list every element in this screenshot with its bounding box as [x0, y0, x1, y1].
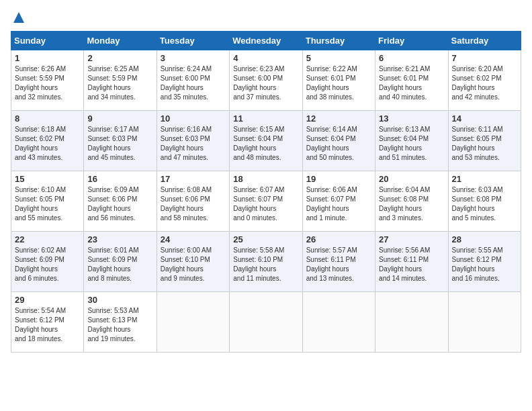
day-number: 28 [452, 234, 517, 244]
day-number: 25 [233, 234, 298, 244]
day-info: Sunrise: 6:09 AMSunset: 6:06 PMDaylight … [87, 185, 152, 223]
calendar-cell: 28 Sunrise: 5:55 AMSunset: 6:12 PMDaylig… [448, 232, 521, 292]
days-header-row: SundayMondayTuesdayWednesdayThursdayFrid… [11, 32, 521, 50]
day-number: 12 [306, 113, 371, 124]
day-header-monday: Monday [84, 32, 157, 50]
calendar-cell: 30 Sunrise: 5:53 AMSunset: 6:13 PMDaylig… [84, 292, 157, 353]
day-number: 4 [233, 53, 298, 63]
calendar-cell: 21 Sunrise: 6:03 AMSunset: 6:08 PMDaylig… [448, 171, 521, 232]
day-info: Sunrise: 6:08 AMSunset: 6:06 PMDaylight … [161, 185, 226, 223]
calendar-cell [230, 292, 302, 353]
day-number: 24 [161, 234, 226, 244]
calendar-cell: 23 Sunrise: 6:01 AMSunset: 6:09 PMDaylig… [84, 232, 157, 292]
day-info: Sunrise: 6:00 AMSunset: 6:10 PMDaylight … [161, 246, 226, 283]
day-number: 13 [379, 113, 444, 124]
day-info: Sunrise: 6:03 AMSunset: 6:08 PMDaylight … [452, 185, 517, 223]
calendar-cell: 15 Sunrise: 6:10 AMSunset: 6:05 PMDaylig… [11, 171, 84, 232]
day-info: Sunrise: 5:58 AMSunset: 6:10 PMDaylight … [233, 246, 298, 283]
day-number: 19 [306, 174, 371, 184]
day-number: 15 [15, 174, 80, 184]
day-info: Sunrise: 6:13 AMSunset: 6:04 PMDaylight … [379, 125, 444, 163]
day-info: Sunrise: 6:25 AMSunset: 5:59 PMDaylight … [87, 64, 152, 102]
day-number: 26 [306, 234, 371, 244]
svg-marker-0 [13, 12, 24, 23]
calendar-cell: 16 Sunrise: 6:09 AMSunset: 6:06 PMDaylig… [84, 171, 157, 232]
day-info: Sunrise: 5:57 AMSunset: 6:11 PMDaylight … [306, 246, 371, 283]
day-info: Sunrise: 6:26 AMSunset: 5:59 PMDaylight … [15, 64, 80, 102]
day-info: Sunrise: 6:14 AMSunset: 6:04 PMDaylight … [306, 125, 371, 163]
calendar-cell: 26 Sunrise: 5:57 AMSunset: 6:11 PMDaylig… [302, 232, 375, 292]
day-info: Sunrise: 6:02 AMSunset: 6:09 PMDaylight … [15, 246, 80, 283]
day-number: 9 [87, 113, 152, 124]
day-info: Sunrise: 6:22 AMSunset: 6:01 PMDaylight … [306, 64, 371, 102]
calendar-row-4: 22 Sunrise: 6:02 AMSunset: 6:09 PMDaylig… [11, 232, 521, 292]
calendar-cell [375, 292, 448, 353]
calendar-cell: 11 Sunrise: 6:15 AMSunset: 6:04 PMDaylig… [230, 111, 302, 171]
calendar-cell: 9 Sunrise: 6:17 AMSunset: 6:03 PMDayligh… [84, 111, 157, 171]
day-number: 7 [452, 53, 517, 63]
calendar-cell: 22 Sunrise: 6:02 AMSunset: 6:09 PMDaylig… [11, 232, 84, 292]
logo [11, 11, 26, 24]
day-number: 23 [87, 234, 152, 244]
calendar-row-1: 1 Sunrise: 6:26 AMSunset: 5:59 PMDayligh… [11, 50, 521, 111]
calendar-cell: 24 Sunrise: 6:00 AMSunset: 6:10 PMDaylig… [157, 232, 229, 292]
day-header-thursday: Thursday [302, 32, 375, 50]
day-number: 10 [161, 113, 226, 124]
calendar-cell: 5 Sunrise: 6:22 AMSunset: 6:01 PMDayligh… [302, 50, 375, 111]
day-info: Sunrise: 6:16 AMSunset: 6:03 PMDaylight … [161, 125, 226, 163]
calendar-row-3: 15 Sunrise: 6:10 AMSunset: 6:05 PMDaylig… [11, 171, 521, 232]
logo-icon [12, 11, 26, 24]
calendar-cell [302, 292, 375, 353]
day-info: Sunrise: 5:54 AMSunset: 6:12 PMDaylight … [15, 306, 80, 344]
day-number: 5 [306, 53, 371, 63]
calendar-cell: 20 Sunrise: 6:04 AMSunset: 6:08 PMDaylig… [375, 171, 448, 232]
day-info: Sunrise: 6:24 AMSunset: 6:00 PMDaylight … [161, 64, 226, 102]
calendar-cell: 25 Sunrise: 5:58 AMSunset: 6:10 PMDaylig… [230, 232, 302, 292]
day-number: 30 [87, 295, 152, 305]
calendar-cell: 19 Sunrise: 6:06 AMSunset: 6:07 PMDaylig… [302, 171, 375, 232]
day-info: Sunrise: 5:56 AMSunset: 6:11 PMDaylight … [379, 246, 444, 283]
calendar-table: SundayMondayTuesdayWednesdayThursdayFrid… [11, 31, 521, 353]
calendar-cell: 4 Sunrise: 6:23 AMSunset: 6:00 PMDayligh… [230, 50, 302, 111]
calendar-cell: 7 Sunrise: 6:20 AMSunset: 6:02 PMDayligh… [448, 50, 521, 111]
day-number: 1 [15, 53, 80, 63]
day-info: Sunrise: 6:21 AMSunset: 6:01 PMDaylight … [379, 64, 444, 102]
day-number: 16 [87, 174, 152, 184]
day-header-tuesday: Tuesday [157, 32, 229, 50]
day-info: Sunrise: 6:23 AMSunset: 6:00 PMDaylight … [233, 64, 298, 102]
calendar-cell: 13 Sunrise: 6:13 AMSunset: 6:04 PMDaylig… [375, 111, 448, 171]
day-number: 2 [87, 53, 152, 63]
day-header-friday: Friday [375, 32, 448, 50]
day-info: Sunrise: 6:20 AMSunset: 6:02 PMDaylight … [452, 64, 517, 102]
day-number: 3 [161, 53, 226, 63]
calendar-cell: 6 Sunrise: 6:21 AMSunset: 6:01 PMDayligh… [375, 50, 448, 111]
day-info: Sunrise: 6:15 AMSunset: 6:04 PMDaylight … [233, 125, 298, 163]
calendar-cell: 8 Sunrise: 6:18 AMSunset: 6:02 PMDayligh… [11, 111, 84, 171]
calendar-cell: 3 Sunrise: 6:24 AMSunset: 6:00 PMDayligh… [157, 50, 229, 111]
day-info: Sunrise: 6:07 AMSunset: 6:07 PMDaylight … [233, 185, 298, 223]
calendar-cell [448, 292, 521, 353]
day-number: 17 [161, 174, 226, 184]
calendar-cell: 12 Sunrise: 6:14 AMSunset: 6:04 PMDaylig… [302, 111, 375, 171]
calendar-cell: 10 Sunrise: 6:16 AMSunset: 6:03 PMDaylig… [157, 111, 229, 171]
day-number: 22 [15, 234, 80, 244]
day-info: Sunrise: 6:11 AMSunset: 6:05 PMDaylight … [452, 125, 517, 163]
calendar-row-2: 8 Sunrise: 6:18 AMSunset: 6:02 PMDayligh… [11, 111, 521, 171]
day-info: Sunrise: 6:01 AMSunset: 6:09 PMDaylight … [87, 246, 152, 283]
day-number: 18 [233, 174, 298, 184]
day-number: 6 [379, 53, 444, 63]
day-info: Sunrise: 6:06 AMSunset: 6:07 PMDaylight … [306, 185, 371, 223]
day-info: Sunrise: 6:18 AMSunset: 6:02 PMDaylight … [15, 125, 80, 163]
calendar-cell: 14 Sunrise: 6:11 AMSunset: 6:05 PMDaylig… [448, 111, 521, 171]
calendar-cell: 18 Sunrise: 6:07 AMSunset: 6:07 PMDaylig… [230, 171, 302, 232]
calendar-cell: 29 Sunrise: 5:54 AMSunset: 6:12 PMDaylig… [11, 292, 84, 353]
day-info: Sunrise: 6:10 AMSunset: 6:05 PMDaylight … [15, 185, 80, 223]
day-header-sunday: Sunday [11, 32, 84, 50]
day-number: 14 [452, 113, 517, 124]
day-header-saturday: Saturday [448, 32, 521, 50]
day-number: 29 [15, 295, 80, 305]
day-number: 27 [379, 234, 444, 244]
calendar-row-5: 29 Sunrise: 5:54 AMSunset: 6:12 PMDaylig… [11, 292, 521, 353]
day-info: Sunrise: 6:04 AMSunset: 6:08 PMDaylight … [379, 185, 444, 223]
calendar-cell: 17 Sunrise: 6:08 AMSunset: 6:06 PMDaylig… [157, 171, 229, 232]
